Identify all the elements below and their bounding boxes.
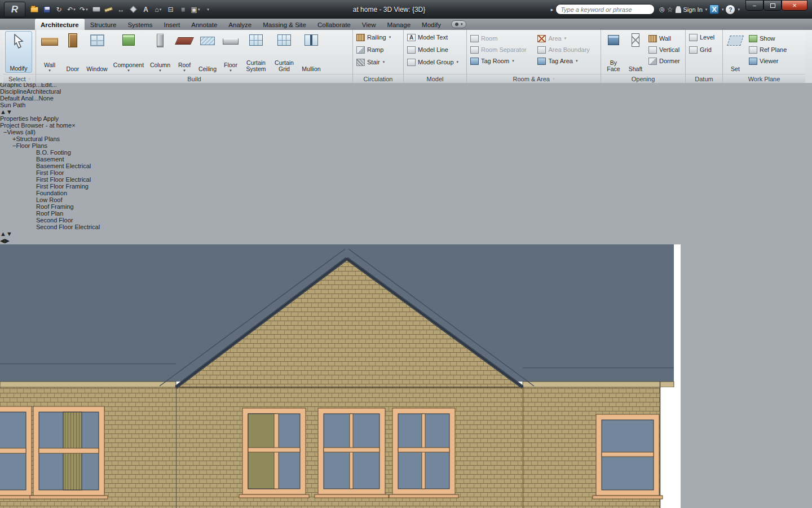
drawing-area[interactable]: − × NT FRONT × ◉ ⊕ ⌂ ▾ ▲ ▼ 1/8" = 1'-0" …	[0, 244, 812, 508]
component-tool[interactable]: Component▾	[111, 31, 146, 73]
tab-systems[interactable]: Systems	[122, 19, 158, 30]
browser-vertical-scrollbar[interactable]: ▲▼	[0, 230, 812, 237]
level-tool[interactable]: Level	[687, 32, 721, 43]
window-tool[interactable]: Window	[84, 31, 110, 73]
default-analysis-value[interactable]: None	[39, 95, 54, 102]
panel-label-work-plane[interactable]: Work Plane	[723, 74, 805, 83]
apply-button[interactable]: Apply	[43, 115, 59, 122]
curtain-grid-tool[interactable]: Curtain Grid	[271, 31, 297, 73]
tree-item-views-all[interactable]: −Views (all)	[0, 129, 812, 135]
roof-tool[interactable]: Roof▾	[174, 31, 195, 73]
tag-area-tool[interactable]: Tag Area▾	[536, 55, 599, 67]
tree-item-roof-plan[interactable]: Roof Plan	[0, 210, 812, 217]
tree-item-roof-framing[interactable]: Roof Framing	[0, 203, 812, 210]
project-browser-header[interactable]: Project Browser - at home×	[0, 122, 812, 129]
communication-center-icon[interactable]: ◎	[659, 6, 665, 13]
tree-item-second-floor-electrical[interactable]: Second Floor Electrical	[0, 224, 812, 230]
window[interactable]	[239, 408, 309, 498]
sign-in-button[interactable]: Sign In	[683, 6, 703, 13]
wall-tool[interactable]: Wall▾	[38, 31, 61, 73]
panel-label-circulation[interactable]: Circulation	[353, 74, 403, 83]
ref-plane-tool[interactable]: Ref Plane	[747, 44, 799, 55]
window[interactable]	[593, 414, 663, 499]
tree-item-basement[interactable]: Basement	[0, 156, 812, 163]
railing-tool[interactable]: Railing▾	[355, 32, 401, 43]
tag-room-tool[interactable]: Tag Room▾	[469, 55, 535, 67]
ceiling-tool[interactable]: Ceiling	[196, 31, 219, 73]
modify-button[interactable]: Modify	[5, 31, 32, 73]
panel-label-room-area[interactable]: Room & Area▾	[467, 74, 601, 83]
measure-icon[interactable]	[103, 4, 114, 15]
redo-icon[interactable]: ↷▾	[78, 4, 90, 15]
show-work-plane-tool[interactable]: Show	[747, 33, 799, 44]
tab-annotate[interactable]: Annotate	[186, 19, 223, 30]
exchange-dropdown-icon[interactable]: ▾	[722, 7, 724, 12]
door-tool[interactable]: Door	[63, 31, 83, 73]
window[interactable]	[389, 408, 458, 498]
tree-item-first-floor-framing[interactable]: First Floor Framing	[0, 183, 812, 190]
save-icon[interactable]	[41, 4, 52, 15]
tag-icon[interactable]	[127, 4, 139, 15]
panel-label-datum[interactable]: Datum	[686, 74, 722, 83]
panel-label-model[interactable]: Model	[404, 74, 466, 83]
3d-view-canvas[interactable]	[0, 244, 681, 508]
tree-item-bo-footing[interactable]: B.O. Footing	[0, 149, 812, 156]
exchange-apps-icon[interactable]: X	[709, 5, 719, 14]
thin-lines-icon[interactable]: ≡	[177, 4, 189, 15]
panel-label-opening[interactable]: Opening	[601, 74, 685, 83]
undo-icon[interactable]: ↶▾	[65, 4, 77, 15]
tree-item-second-floor[interactable]: Second Floor	[0, 217, 812, 224]
window[interactable]	[0, 406, 35, 499]
tab-architecture[interactable]: Architecture	[35, 19, 85, 30]
tab-structure[interactable]: Structure	[85, 19, 122, 30]
close-button[interactable]: ×	[782, 0, 807, 11]
wall-opening-tool[interactable]: Wall	[647, 33, 683, 44]
model-text-tool[interactable]: AModel Text	[405, 32, 465, 43]
room-tool[interactable]: Room	[469, 33, 535, 44]
shaft-tool[interactable]: Shaft	[625, 31, 646, 73]
print-icon[interactable]	[90, 4, 102, 15]
grid-tool[interactable]: Grid	[687, 44, 721, 55]
discipline-value[interactable]: Architectural	[27, 88, 61, 95]
tree-item-low-roof[interactable]: Low Roof	[0, 196, 812, 203]
search-input[interactable]	[555, 4, 655, 15]
ramp-tool[interactable]: Ramp	[355, 44, 401, 55]
by-face-tool[interactable]: By Face	[603, 31, 624, 73]
model-line-tool[interactable]: Model Line	[405, 44, 465, 55]
model-group-tool[interactable]: Model Group▾	[405, 56, 465, 68]
curtain-system-tool[interactable]: Curtain System	[242, 31, 270, 73]
vertical-opening-tool[interactable]: Vertical	[647, 44, 683, 55]
tree-item-first-floor-electrical[interactable]: First Floor Electrical	[0, 176, 812, 183]
tree-item-floor-plans[interactable]: −Floor Plans	[0, 142, 812, 149]
stair-tool[interactable]: Stair▾	[355, 56, 401, 68]
area-boundary-tool[interactable]: Area Boundary	[536, 44, 599, 55]
tab-view[interactable]: View	[356, 19, 382, 30]
close-icon[interactable]: ×	[72, 122, 75, 129]
switch-windows-icon[interactable]: ▣▾	[189, 4, 201, 15]
browser-horizontal-scrollbar[interactable]: ◀▶	[0, 237, 812, 244]
viewer-tool[interactable]: Viewer	[747, 55, 799, 67]
tree-item-structural-plans[interactable]: +Structural Plans	[0, 135, 812, 142]
customize-qat-icon[interactable]: ▾	[202, 4, 214, 15]
open-icon[interactable]	[28, 4, 40, 15]
panel-label-build[interactable]: Build	[36, 74, 352, 83]
sync-icon[interactable]: ↻	[53, 4, 65, 15]
tab-analyze[interactable]: Analyze	[223, 19, 257, 30]
area-tool[interactable]: Area▾	[536, 33, 599, 44]
properties-scrollbar[interactable]: ▲▼	[0, 108, 812, 115]
properties-help-link[interactable]: Properties help	[0, 115, 42, 122]
tab-insert[interactable]: Insert	[158, 19, 186, 30]
window[interactable]	[30, 406, 108, 499]
tree-item-first-floor[interactable]: First Floor	[0, 169, 812, 176]
section-icon[interactable]: ⊟	[165, 4, 176, 15]
tree-item-basement-electrical[interactable]: Basement Electrical	[0, 163, 812, 169]
panel-label-select[interactable]: Select▾	[3, 74, 36, 83]
maximize-button[interactable]	[764, 0, 782, 11]
floor-tool[interactable]: Floor▾	[220, 31, 241, 73]
dormer-tool[interactable]: Dormer	[647, 55, 683, 67]
tab-massing-site[interactable]: Massing & Site	[257, 19, 312, 30]
favorites-icon[interactable]: ☆	[667, 6, 673, 14]
ribbon-cycle-button[interactable]: ▾	[451, 20, 467, 28]
help-icon[interactable]: ?	[726, 5, 735, 14]
window[interactable]	[315, 408, 389, 498]
